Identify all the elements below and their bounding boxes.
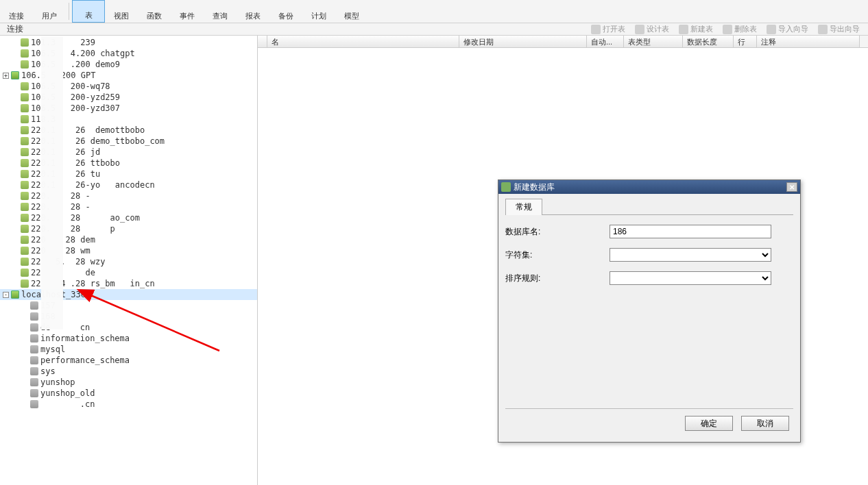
action-icon: [635, 25, 644, 34]
tab-general[interactable]: 常规: [505, 199, 542, 215]
database-icon: [30, 367, 38, 375]
ok-button[interactable]: 确定: [685, 416, 733, 431]
collation-label: 排序规则:: [505, 273, 610, 284]
column-header[interactable]: 注释: [757, 36, 860, 47]
export-wizard-button[interactable]: 导出向导: [815, 23, 863, 35]
tree-connection-node[interactable]: 220. 28 -: [0, 190, 257, 201]
report-button[interactable]: 报表: [237, 0, 269, 23]
toolbar-icon: [179, 1, 195, 11]
column-header[interactable]: 自动...: [587, 36, 624, 47]
view-button[interactable]: 视图: [105, 0, 138, 23]
tree-database-node[interactable]: information_schema: [0, 333, 257, 344]
schedule-button[interactable]: 计划: [302, 0, 335, 23]
tree-database-node[interactable]: sys: [0, 366, 257, 377]
connection-button[interactable]: 连接: [0, 0, 33, 23]
design-table-button[interactable]: 设计表: [632, 23, 672, 35]
expander-blank: [22, 347, 28, 353]
server-icon: [21, 159, 29, 167]
tree-database-node[interactable]: mysql: [0, 344, 257, 355]
toolbar-icon: [41, 1, 58, 11]
expander-blank: [12, 182, 19, 188]
charset-select[interactable]: [610, 248, 771, 262]
collapse-icon[interactable]: -: [3, 292, 9, 298]
connection-tree[interactable]: 101.3 239106.5 4.200 chatgpt106.5 .200 d…: [0, 36, 258, 485]
tree-item-label: 220.1 26 ttbobo: [31, 158, 120, 168]
new-table-button[interactable]: 新建表: [676, 23, 716, 35]
open-table-button[interactable]: 打开表: [588, 23, 628, 35]
toolbar-label: 报表: [245, 11, 261, 21]
column-header[interactable]: 名: [267, 36, 459, 47]
tree-connection-node[interactable]: 101.3 239: [0, 37, 257, 48]
tree-connection-node[interactable]: 220. 28 -: [0, 201, 257, 212]
tree-database-node[interactable]: performance_schema: [0, 355, 257, 366]
user-button[interactable]: 用户: [33, 0, 66, 23]
expander-blank: [12, 259, 19, 265]
toolbar-label: 视图: [114, 11, 129, 21]
toolbar-icon: [113, 1, 130, 11]
import-wizard-button[interactable]: 导入向导: [764, 23, 811, 35]
grid-header[interactable]: 名修改日期自动...表类型数据长度行注释: [258, 36, 868, 48]
column-header[interactable]: 修改日期: [459, 36, 587, 47]
cancel-button[interactable]: 取消: [741, 416, 789, 431]
tree-connection-node[interactable]: 220 28 wm: [0, 245, 257, 256]
tree-database-node[interactable]: 157: [0, 300, 257, 311]
tree-connection-node[interactable]: -localhost_3306: [0, 289, 257, 300]
event-button[interactable]: 事件: [171, 0, 204, 23]
tree-connection-node[interactable]: 106.5 200-yzd307: [0, 103, 257, 114]
column-header[interactable]: 行: [734, 36, 757, 47]
delete-table-button[interactable]: 删除表: [720, 23, 760, 35]
tree-connection-node[interactable]: 220. 28 p: [0, 223, 257, 234]
tree-connection-node[interactable]: 220.1 26-yo ancodecn: [0, 179, 257, 190]
tree-connection-node[interactable]: +106.5 200 GPT: [0, 70, 257, 81]
tree-connection-node[interactable]: 106.5 200-wq78: [0, 81, 257, 92]
tree-database-node[interactable]: yunshop: [0, 377, 257, 388]
tree-connection-node[interactable]: 22 4 .28 rs_bm in_cn: [0, 278, 257, 289]
tree-connection-node[interactable]: 220.1 26 demo_ttbobo_com: [0, 136, 257, 147]
close-icon[interactable]: ✕: [786, 182, 797, 192]
dialog-titlebar[interactable]: 新建数据库 ✕: [498, 180, 800, 194]
tree-connection-node[interactable]: 106.5 .200 demo9: [0, 59, 257, 70]
server-icon: [21, 192, 29, 200]
expand-icon[interactable]: +: [3, 73, 9, 79]
action-label: 导入向导: [778, 24, 808, 34]
tree-connection-node[interactable]: 220.1 26 jd: [0, 147, 257, 158]
server-icon: [21, 225, 29, 233]
tree-connection-node[interactable]: 220 28 dem: [0, 234, 257, 245]
tree-connection-node[interactable]: 106.5 4.200 chatgpt: [0, 48, 257, 59]
table-button[interactable]: 表: [72, 0, 105, 23]
tree-connection-node[interactable]: 106.5 200-yzd259: [0, 92, 257, 103]
function-button[interactable]: 函数: [138, 0, 171, 23]
tree-connection-node[interactable]: 220.1 26 demottbobo: [0, 125, 257, 136]
main-toolbar: 连接用户表视图函数事件查询报表备份计划模型: [0, 0, 868, 23]
tree-connection-node[interactable]: 22 de: [0, 267, 257, 278]
tree-database-node[interactable]: 168: [0, 311, 257, 322]
tree-item-label: 220. 28 p: [31, 224, 115, 234]
tree-database-node[interactable]: yunshop_old: [0, 388, 257, 399]
column-header[interactable]: [258, 36, 267, 47]
expander-blank: [12, 193, 19, 199]
expander-blank: [22, 390, 28, 397]
expander-blank: [12, 40, 19, 46]
tree-connection-node[interactable]: 220. 28 ao_com: [0, 212, 257, 223]
tree-database-node[interactable]: de cn: [0, 322, 257, 333]
tree-connection-node[interactable]: 118.3: [0, 114, 257, 125]
query-button[interactable]: 查询: [204, 0, 237, 23]
tree-connection-node[interactable]: 220.1 26 ttbobo: [0, 158, 257, 169]
database-icon: [30, 301, 38, 310]
server-icon: [21, 170, 29, 178]
tree-connection-node[interactable]: 220.1 26 tu: [0, 169, 257, 179]
server-icon: [21, 115, 29, 123]
tree-connection-node[interactable]: 22 5. 28 wzy: [0, 256, 257, 267]
tree-item-label: 220 28 wm: [31, 246, 91, 256]
model-button[interactable]: 模型: [335, 0, 368, 23]
backup-button[interactable]: 备份: [269, 0, 302, 23]
expander-blank: [22, 358, 28, 364]
expander-blank: [22, 369, 28, 375]
column-header[interactable]: 表类型: [624, 36, 683, 47]
collation-select[interactable]: [610, 271, 771, 285]
tree-database-node[interactable]: .cn: [0, 399, 257, 410]
tree-item-label: information_schema: [40, 334, 130, 343]
column-header[interactable]: 数据长度: [683, 36, 734, 47]
toolbar-icon: [311, 1, 327, 11]
db-name-input[interactable]: [610, 225, 771, 238]
